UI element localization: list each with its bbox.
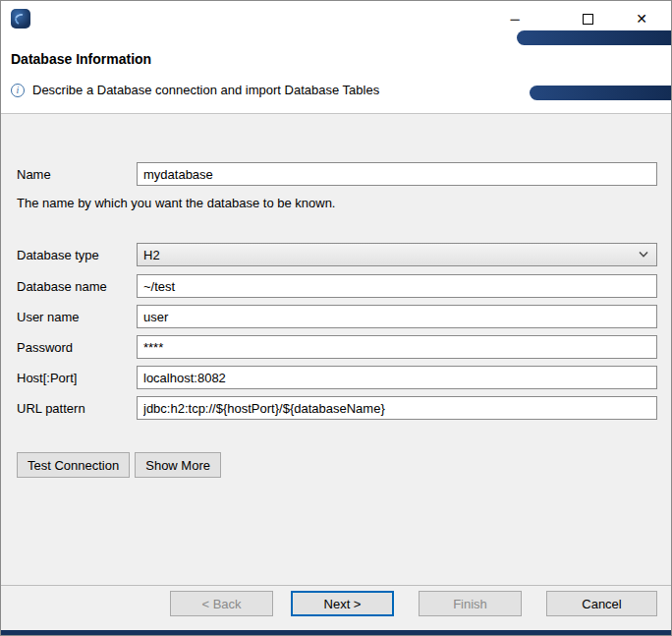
bottom-accent-strip xyxy=(1,630,671,636)
next-button[interactable]: Next > xyxy=(291,591,394,616)
password-input[interactable] xyxy=(137,335,657,359)
minimize-icon: ─ xyxy=(510,13,519,26)
show-more-button[interactable]: Show More xyxy=(135,452,221,478)
user-name-label: User name xyxy=(17,310,80,324)
url-pattern-label: URL pattern xyxy=(17,401,85,416)
app-icon xyxy=(11,9,30,29)
maximize-icon xyxy=(583,14,593,25)
password-label: Password xyxy=(17,340,73,355)
test-connection-button[interactable]: Test Connection xyxy=(17,452,130,478)
user-name-input[interactable] xyxy=(137,305,657,328)
page-title: Database Information xyxy=(11,51,151,67)
app-icon-glyph xyxy=(13,12,28,27)
name-input[interactable] xyxy=(137,162,657,186)
header-banner-band-top xyxy=(517,30,671,45)
header-description-text: Describe a Database connection and impor… xyxy=(32,83,379,97)
database-type-label: Database type xyxy=(17,248,99,262)
database-name-input[interactable] xyxy=(137,274,657,298)
database-information-dialog: ─ ✕ Database Information i Describe a Da… xyxy=(0,0,672,636)
close-button[interactable]: ✕ xyxy=(619,5,664,32)
maximize-button[interactable] xyxy=(565,5,610,32)
chevron-down-icon xyxy=(639,252,648,258)
name-help-text: The name by which you want the database … xyxy=(17,196,335,210)
header-area: ─ ✕ Database Information i Describe a Da… xyxy=(1,1,671,114)
database-type-value: H2 xyxy=(143,248,160,262)
info-icon: i xyxy=(11,84,25,97)
form-actions: Test Connection Show More xyxy=(17,452,221,478)
host-port-label: Host[:Port] xyxy=(17,371,77,385)
name-label: Name xyxy=(17,167,51,182)
footer-separator xyxy=(1,585,671,586)
url-pattern-input[interactable] xyxy=(137,396,657,420)
minimize-button[interactable]: ─ xyxy=(492,5,537,32)
host-port-input[interactable] xyxy=(137,366,657,389)
database-type-select[interactable]: H2 xyxy=(137,243,657,266)
finish-button: Finish xyxy=(419,591,522,616)
close-icon: ✕ xyxy=(636,12,647,26)
header-description: i Describe a Database connection and imp… xyxy=(11,83,379,97)
header-banner-band-bottom xyxy=(530,86,671,100)
back-button: < Back xyxy=(170,591,273,616)
cancel-button[interactable]: Cancel xyxy=(546,591,657,616)
database-name-label: Database name xyxy=(17,279,107,294)
